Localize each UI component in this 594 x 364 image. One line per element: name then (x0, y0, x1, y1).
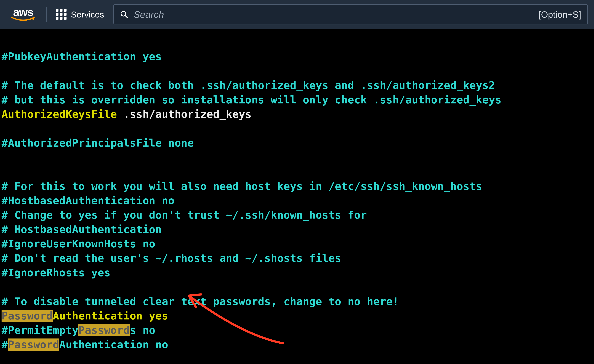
svg-line-1 (125, 15, 128, 18)
search-match-highlight: Password (78, 324, 130, 336)
search-input[interactable] (134, 9, 533, 20)
directive-value: .ssh/authorized_keys (117, 108, 251, 120)
config-line: #PasswordAuthentication no (1, 338, 168, 351)
config-line: #PermitEmptyPasswords no (1, 324, 155, 336)
aws-smile-icon (11, 17, 36, 22)
config-line: # To disable tunneled clear text passwor… (1, 295, 399, 308)
aws-console-header: aws Services [Option+S] (0, 0, 594, 29)
config-line: # HostbasedAuthentication (1, 223, 162, 236)
config-line: #IgnoreUserKnownHosts no (1, 238, 155, 250)
directive-key: AuthorizedKeysFile (1, 108, 117, 120)
search-icon (120, 10, 128, 18)
config-line: #HostbasedAuthentication no (1, 195, 175, 207)
services-grid-icon (56, 9, 67, 20)
config-line: # For this to work you will also need ho… (1, 180, 482, 192)
search-shortcut-hint: [Option+S] (539, 9, 581, 20)
config-line-password-auth: PasswordAuthentication yes (1, 310, 168, 322)
aws-logo[interactable]: aws (9, 5, 37, 24)
config-line: # The default is to check both .ssh/auth… (1, 79, 495, 91)
config-line: #PubkeyAuthentication yes (1, 50, 162, 63)
search-match-highlight: Password (8, 338, 59, 351)
config-line: # Don't read the user's ~/.rhosts and ~/… (1, 252, 341, 264)
config-line: AuthorizedKeysFile .ssh/authorized_keys (1, 108, 251, 120)
config-line: #AuthorizedPrincipalsFile none (1, 137, 194, 149)
config-line: #IgnoreRhosts yes (1, 267, 110, 279)
header-divider (47, 7, 47, 22)
terminal-editor-viewport[interactable]: #PubkeyAuthentication yes # The default … (0, 29, 594, 364)
search-match-highlight: Password (1, 310, 53, 322)
config-line: # but this is overridden so installation… (1, 94, 501, 106)
directive-remainder: Authentication yes (53, 310, 168, 322)
aws-logo-text: aws (13, 7, 33, 18)
services-label: Services (71, 9, 104, 20)
services-menu-button[interactable]: Services (56, 9, 104, 20)
config-line: # Change to yes if you don't trust ~/.ss… (1, 209, 367, 221)
global-search-box[interactable]: [Option+S] (113, 4, 588, 24)
